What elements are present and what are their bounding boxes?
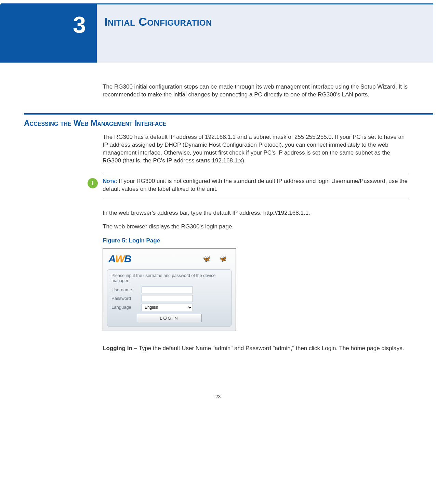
section-heading: Accessing the Web Management Interface: [24, 118, 436, 129]
butterfly-icon: 🦋: [203, 255, 210, 263]
login-page-figure: AWB 🦋 🦋 Please input the username and pa…: [103, 248, 236, 331]
section1-p1: The RG300 has a default IP address of 19…: [103, 133, 409, 165]
note-label: Note:: [103, 178, 117, 184]
language-row: Language English: [111, 304, 227, 311]
address-paragraph: In the web browser's address bar, type t…: [103, 209, 409, 217]
password-row: Password: [111, 295, 227, 302]
username-field[interactable]: [142, 287, 193, 293]
logging-in-block: Logging In – Type the default User Name …: [103, 345, 409, 353]
logo-letter-a: A: [108, 252, 115, 266]
note-top-rule: [103, 174, 409, 174]
figure-decoration: 🦋 🦋: [203, 255, 230, 263]
chapter-number-box: 3: [0, 4, 97, 63]
username-label: Username: [111, 287, 138, 293]
chapter-number: 3: [73, 9, 86, 41]
login-display-paragraph: The web browser displays the RG300's log…: [103, 223, 409, 231]
password-field[interactable]: [142, 295, 193, 302]
password-label: Password: [111, 295, 138, 302]
post-note-block: In the web browser's address bar, type t…: [103, 202, 409, 231]
logo-letter-b: B: [124, 252, 131, 266]
intro-block: The RG300 initial configuration steps ca…: [103, 63, 409, 99]
login-button[interactable]: LOGIN: [137, 314, 202, 322]
username-row: Username: [111, 287, 227, 293]
awb-logo: AWB: [108, 252, 131, 266]
moth-icon: 🦋: [219, 255, 227, 263]
chapter-title: Initial Configuration: [104, 14, 212, 30]
chapter-title-box: Initial Configuration: [97, 4, 433, 63]
note-text-block: Note: If your RG300 unit is not configur…: [103, 177, 409, 193]
info-icon: i: [88, 178, 98, 188]
note-bottom-rule: [103, 199, 409, 199]
logging-in-label: Logging In: [103, 345, 132, 352]
intro-paragraph: The RG300 initial configuration steps ca…: [103, 83, 409, 99]
language-select[interactable]: English: [142, 304, 193, 311]
login-button-row: LOGIN: [111, 314, 227, 322]
logging-in-text: – Type the default User Name "admin" and…: [132, 345, 404, 352]
figure-logo-row: AWB 🦋 🦋: [107, 252, 232, 266]
language-label: Language: [111, 304, 138, 310]
login-instruction: Please input the username and password o…: [111, 273, 227, 284]
chapter-header: 3 Initial Configuration: [0, 4, 436, 63]
section-rule: [24, 113, 433, 115]
note-row: i Note: If your RG300 unit is not config…: [88, 177, 409, 193]
figure-caption: Figure 5: Login Page: [103, 237, 436, 245]
note-body: If your RG300 unit is not configured wit…: [103, 178, 408, 192]
section1-body: The RG300 has a default IP address of 19…: [103, 133, 409, 165]
login-form-box: Please input the username and password o…: [107, 269, 232, 327]
logo-letter-w: W: [115, 252, 124, 266]
page-number: – 23 –: [0, 394, 436, 407]
logging-in-paragraph: Logging In – Type the default User Name …: [103, 345, 409, 353]
